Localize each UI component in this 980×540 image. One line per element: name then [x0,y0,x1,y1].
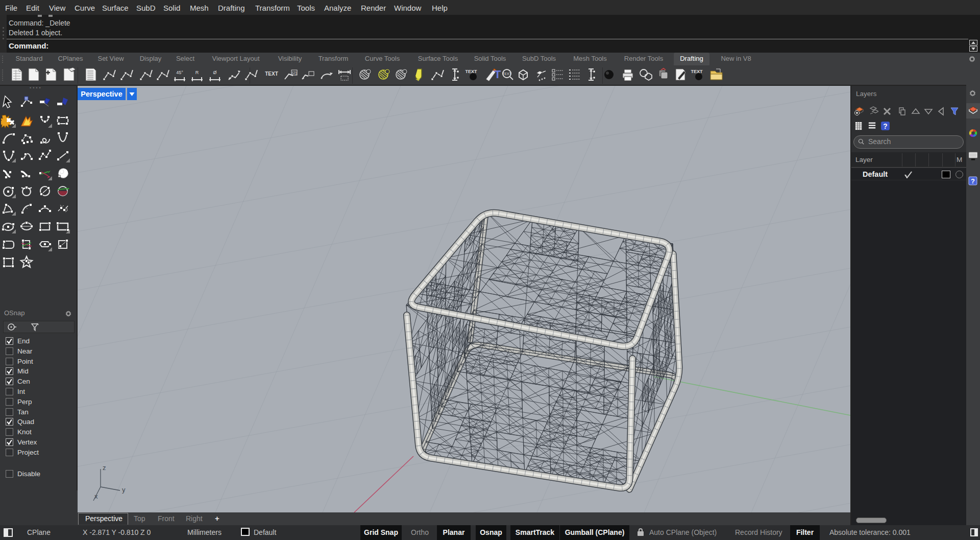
svg-text:45°: 45° [176,70,183,75]
svg-text:TEXT: TEXT [465,69,477,74]
svg-text:?: ? [971,177,975,185]
svg-text:R: R [195,70,199,75]
svg-text:?: ? [883,123,887,130]
svg-text:Ø: Ø [213,70,216,75]
svg-text:z: z [103,464,106,472]
svg-text:[2]: [2] [292,71,297,75]
svg-text:x: x [94,492,98,500]
svg-text:TEXT: TEXT [691,69,703,74]
svg-text:y: y [122,486,126,494]
svg-text:T: T [494,68,501,81]
svg-text:TEXT: TEXT [265,71,278,77]
